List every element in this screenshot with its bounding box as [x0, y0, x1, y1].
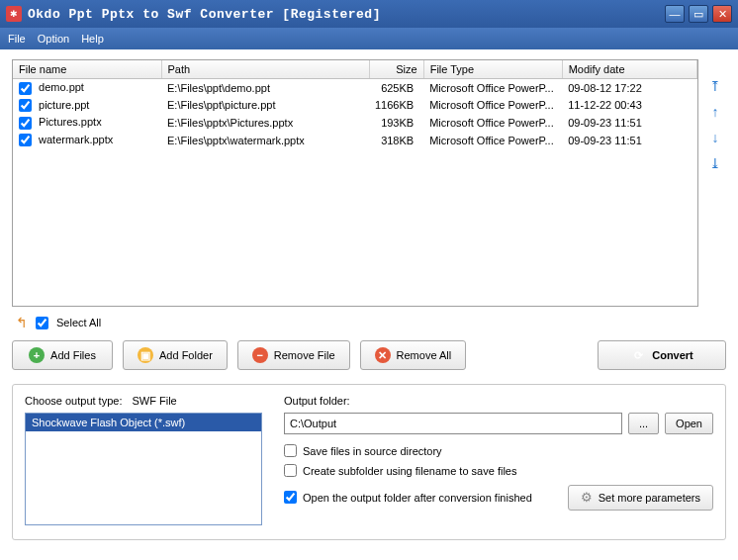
remove-all-button[interactable]: ✕ Remove All [360, 340, 467, 370]
row-checkbox[interactable] [19, 99, 32, 112]
folder-icon: ▣ [138, 347, 153, 363]
output-type-label: Choose output type: [25, 395, 122, 407]
browse-button[interactable]: ... [628, 413, 659, 434]
move-bottom-icon[interactable]: ⤓ [706, 154, 724, 172]
open-after-checkbox[interactable] [284, 491, 297, 504]
remove-file-button[interactable]: − Remove File [237, 340, 350, 370]
subfolder-checkbox[interactable] [284, 464, 297, 477]
col-file-type[interactable]: File Type [423, 60, 562, 79]
row-checkbox[interactable] [19, 82, 32, 95]
reorder-arrows: ⤒ ↑ ↓ ⤓ [704, 59, 726, 307]
plus-icon: + [29, 347, 45, 363]
close-button[interactable]: ✕ [712, 5, 732, 23]
up-level-icon[interactable]: ↰ [16, 315, 28, 330]
window-title: Okdo Ppt Pptx to Swf Converter [Register… [28, 7, 665, 22]
menu-option[interactable]: Option [38, 33, 69, 45]
row-checkbox[interactable] [19, 134, 32, 146]
add-files-button[interactable]: + Add Files [12, 340, 113, 370]
menu-help[interactable]: Help [81, 33, 104, 45]
row-checkbox[interactable] [19, 117, 32, 130]
app-icon: ✱ [6, 6, 22, 22]
select-all-checkbox[interactable] [36, 317, 48, 329]
maximize-button[interactable]: ▭ [689, 5, 708, 23]
output-folder-label: Output folder: [284, 395, 713, 407]
subfolder-label: Create subfolder using filename to save … [303, 465, 516, 477]
table-row[interactable]: picture.pptE:\Files\ppt\picture.ppt1166K… [13, 97, 697, 115]
menu-file[interactable]: File [8, 33, 26, 45]
open-folder-button[interactable]: Open [665, 413, 713, 434]
bottom-panel: Choose output type: SWF File Shockwave F… [12, 384, 726, 540]
output-type-item[interactable]: Shockwave Flash Object (*.swf) [26, 414, 261, 431]
table-row[interactable]: Pictures.pptxE:\Files\pptx\Pictures.pptx… [13, 114, 697, 132]
select-all-label: Select All [56, 317, 101, 328]
title-bar: ✱ Okdo Ppt Pptx to Swf Converter [Regist… [0, 0, 738, 28]
save-source-checkbox[interactable] [284, 444, 297, 457]
output-folder-input[interactable] [284, 413, 622, 434]
gear-icon: ⚙ [581, 490, 593, 505]
table-row[interactable]: watermark.pptxE:\Files\pptx\watermark.pp… [13, 132, 697, 149]
minus-icon: − [252, 347, 268, 363]
convert-button[interactable]: ⟳ Convert [598, 340, 726, 370]
col-path[interactable]: Path [161, 60, 369, 79]
move-down-icon[interactable]: ↓ [706, 129, 724, 146]
output-type-list[interactable]: Shockwave Flash Object (*.swf) [25, 413, 262, 525]
convert-icon: ⟳ [630, 347, 646, 363]
file-list[interactable]: File name Path Size File Type Modify dat… [12, 59, 698, 307]
minimize-button[interactable]: — [665, 5, 685, 23]
output-type-current: SWF File [132, 395, 176, 407]
open-after-label: Open the output folder after conversion … [303, 492, 532, 504]
move-up-icon[interactable]: ↑ [706, 103, 724, 121]
move-top-icon[interactable]: ⤒ [706, 77, 724, 95]
col-modify-date[interactable]: Modify date [562, 60, 696, 79]
table-row[interactable]: demo.pptE:\Files\ppt\demo.ppt625KBMicros… [13, 79, 697, 97]
col-file-name[interactable]: File name [13, 60, 161, 79]
col-size[interactable]: Size [369, 60, 423, 79]
set-more-parameters-button[interactable]: ⚙ Set more parameters [568, 485, 713, 511]
remove-all-icon: ✕ [375, 347, 391, 363]
menu-bar: File Option Help [0, 28, 738, 49]
save-source-label: Save files in source directory [303, 445, 442, 457]
add-folder-button[interactable]: ▣ Add Folder [123, 340, 228, 370]
